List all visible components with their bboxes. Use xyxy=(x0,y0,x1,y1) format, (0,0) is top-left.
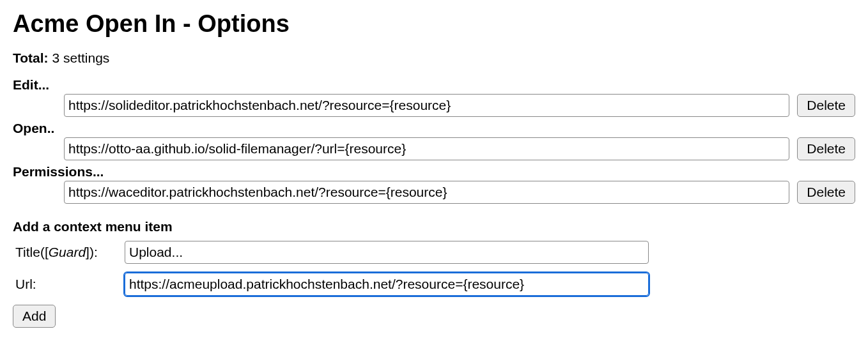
title-label: Title([Guard]): xyxy=(13,245,125,260)
url-label: Url: xyxy=(13,277,125,292)
setting-url-input[interactable] xyxy=(64,137,789,160)
delete-button[interactable]: Delete xyxy=(797,181,855,204)
page-title: Acme Open In - Options xyxy=(13,10,855,38)
url-form-row: Url: xyxy=(13,273,855,296)
setting-row: Delete xyxy=(13,181,855,204)
setting-label: Edit... xyxy=(13,77,855,93)
setting-row: Delete xyxy=(13,137,855,160)
total-label: Total: xyxy=(13,50,49,65)
url-input[interactable] xyxy=(125,273,649,296)
setting-label: Permissions... xyxy=(13,164,855,180)
title-input[interactable] xyxy=(125,241,649,264)
total-summary: Total: 3 settings xyxy=(13,50,855,66)
setting-url-input[interactable] xyxy=(64,94,789,117)
total-value: 3 settings xyxy=(52,50,109,65)
title-form-row: Title([Guard]): xyxy=(13,241,855,264)
settings-list: Edit... Delete Open.. Delete Permissions… xyxy=(13,77,855,204)
setting-label: Open.. xyxy=(13,121,855,136)
add-section-heading: Add a context menu item xyxy=(13,219,855,234)
setting-row: Delete xyxy=(13,94,855,117)
delete-button[interactable]: Delete xyxy=(797,137,855,160)
setting-url-input[interactable] xyxy=(64,181,789,204)
add-button[interactable]: Add xyxy=(13,305,56,328)
delete-button[interactable]: Delete xyxy=(797,94,855,117)
